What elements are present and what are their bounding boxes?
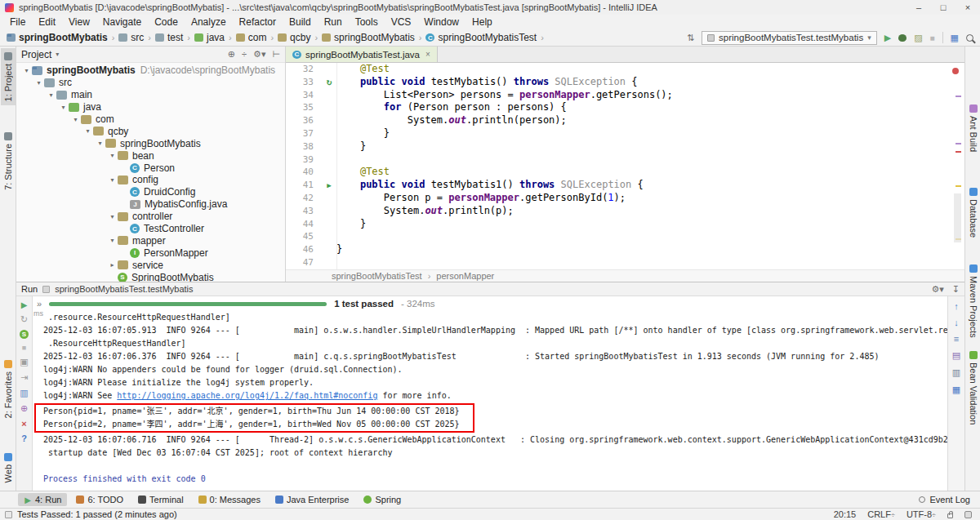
scroll-down-icon[interactable]: ↓ (954, 318, 959, 327)
close-tab-icon[interactable]: × (425, 50, 430, 59)
code-line-35[interactable]: 35 for (Person person : persons) { (286, 101, 964, 114)
tree-item-com[interactable]: ▾com (16, 113, 285, 126)
stripe-button-database[interactable]: Database (966, 184, 980, 242)
stripe-button-1-project[interactable]: 1: Project (1, 48, 16, 105)
minimize-button[interactable]: – (906, 0, 931, 15)
menu-item-code[interactable]: Code (148, 15, 185, 29)
code-line-47[interactable]: 47 (286, 256, 964, 269)
help-icon[interactable]: ? (21, 433, 27, 443)
breadcrumb-java[interactable]: java (194, 32, 225, 43)
tree-item-mybatisconfig-java[interactable]: JMybatisConfig.java (16, 198, 285, 211)
code-line-39[interactable]: 39 (286, 153, 964, 167)
tree-item-springbootmybatis[interactable]: ▾springBootMybatisD:\javacode\springBoot… (16, 64, 285, 77)
expand-test-tree-icon[interactable]: » (37, 299, 42, 309)
tree-collapse-icon[interactable]: ▾ (107, 237, 118, 244)
line-separator-select[interactable]: CRLF÷ (867, 509, 895, 519)
tree-collapse-icon[interactable]: ▾ (58, 104, 69, 111)
spring-rerun-icon[interactable]: S (20, 330, 29, 339)
code-line-44[interactable]: 44 } (286, 218, 964, 231)
tree-expand-icon[interactable]: ▸ (107, 261, 118, 269)
caret-position[interactable]: 20:15 (834, 509, 857, 519)
code-line-32[interactable]: 32 @Test (286, 63, 964, 76)
log4j-faq-link[interactable]: http://logging.apache.org/log4j/1.2/faq.… (117, 391, 377, 400)
tree-item-springbootmybatis[interactable]: SSpringBootMybatis (16, 271, 285, 282)
dump-threads-icon[interactable]: ▣ (20, 357, 28, 367)
run-configuration-select[interactable]: springBootMybatisTest.testMybatis ▾ (702, 31, 877, 45)
stripe-button-bean-validation[interactable]: Bean Validation (966, 347, 980, 429)
stop-button[interactable]: ■ (930, 33, 935, 42)
stripe-button-7-structure[interactable]: 7: Structure (1, 128, 16, 194)
breadcrumb-qcby[interactable]: qcby (278, 32, 310, 43)
pin-icon[interactable]: ⊕ (20, 403, 28, 414)
print-icon[interactable]: ▥ (952, 367, 960, 378)
breadcrumb-test[interactable]: test (155, 32, 183, 43)
editor-tab-springboot-mybatis-test[interactable]: C springBootMybatisTest.java × (286, 47, 438, 62)
menu-item-navigate[interactable]: Navigate (96, 15, 148, 29)
rerun-failed-icon[interactable]: ↻ (20, 314, 28, 325)
search-icon[interactable] (966, 34, 973, 42)
event-log-button[interactable]: Event Log (919, 495, 970, 504)
code-line-40[interactable]: 40 @Test (286, 166, 964, 179)
tree-collapse-icon[interactable]: ▾ (33, 79, 44, 87)
locate-file-icon[interactable]: ⊕ (228, 49, 235, 60)
tree-item-controller[interactable]: ▾controller (16, 211, 285, 223)
scroll-to-end-icon[interactable]: ▤ (952, 350, 960, 361)
gear-icon[interactable]: ⚙▾ (931, 284, 943, 295)
hide-panel-icon[interactable]: ⊢ (272, 49, 280, 60)
tree-item-testcontroller[interactable]: CTestController (16, 223, 285, 235)
layout-icon[interactable]: ▦ (951, 33, 959, 43)
tree-item-mapper[interactable]: ▾mapper (16, 234, 285, 247)
breadcrumb-springbootmybatis[interactable]: springBootMybatis (322, 32, 415, 43)
toolwindow-button-terminal[interactable]: Terminal (132, 493, 189, 506)
code-line-43[interactable]: 43 System.out.println(p); (286, 205, 964, 218)
menu-item-tools[interactable]: Tools (349, 15, 385, 29)
menu-item-refactor[interactable]: Refactor (233, 15, 283, 29)
stop-button[interactable]: ■ (22, 344, 26, 352)
tree-collapse-icon[interactable]: ▾ (107, 176, 118, 184)
sort-icon[interactable]: ⇅ (687, 33, 694, 42)
tree-item-person[interactable]: CPerson (16, 162, 285, 174)
run-button[interactable]: ▶ (884, 33, 891, 43)
breadcrumb-springbootmybatis[interactable]: springBootMybatis (7, 32, 108, 43)
stripe-button-web[interactable]: Web (1, 449, 16, 487)
tree-item-main[interactable]: ▾main (16, 89, 285, 101)
code-line-33[interactable]: 33↻ public void testMybatis() throws SQL… (286, 76, 964, 89)
tree-collapse-icon[interactable]: ▾ (95, 140, 105, 147)
menu-item-file[interactable]: File (3, 15, 32, 29)
toolwindow-button-java-enterprise[interactable]: Java Enterprise (270, 493, 354, 506)
gear-icon[interactable]: ⚙▾ (253, 49, 265, 60)
menu-item-view[interactable]: View (62, 15, 96, 29)
toolwindow-button-4-run[interactable]: ▶4: Run (18, 493, 67, 506)
code-line-34[interactable]: 34 List<Person> persons = personMapper.g… (286, 89, 964, 102)
tree-collapse-icon[interactable]: ▾ (107, 152, 118, 159)
code-line-38[interactable]: 38 } (286, 140, 964, 153)
breadcrumb-src[interactable]: src (118, 32, 144, 43)
stripe-button-maven-projects[interactable]: Maven Projects (966, 260, 980, 342)
code-line-42[interactable]: 42 Person p = personMapper.getPersonById… (286, 192, 964, 205)
tree-item-bean[interactable]: ▾bean (16, 149, 285, 162)
tree-collapse-icon[interactable]: ▾ (70, 116, 81, 123)
tree-item-druidconfig[interactable]: CDruidConfig (16, 186, 285, 198)
tree-item-java[interactable]: ▾java (16, 101, 285, 113)
tree-item-personmapper[interactable]: IPersonMapper (16, 247, 285, 259)
collapse-all-icon[interactable]: ÷ (242, 49, 247, 60)
code-area[interactable]: 32 @Test33↻ public void testMybatis() th… (286, 63, 964, 269)
close-icon[interactable]: × (21, 419, 26, 429)
encoding-select[interactable]: UTF-8÷ (906, 509, 936, 519)
menu-item-build[interactable]: Build (283, 15, 318, 29)
code-line-41[interactable]: 41▶ public void testMybatis1() throws SQ… (286, 179, 964, 192)
toolwindow-toggle-icon[interactable] (5, 511, 12, 518)
tree-item-qcby[interactable]: ▾qcby (16, 125, 285, 137)
menu-item-vcs[interactable]: VCS (385, 15, 418, 29)
scrollbar-thumb[interactable] (954, 193, 961, 242)
rerun-button[interactable]: ▶ (21, 300, 28, 309)
coverage-button[interactable]: ▨ (914, 33, 922, 43)
tree-item-service[interactable]: ▸service (16, 259, 285, 271)
tree-collapse-icon[interactable]: ▾ (21, 67, 32, 74)
breadcrumb-springbootmybatistest[interactable]: CspringBootMybatisTest (425, 32, 537, 43)
clear-all-icon[interactable]: ▦ (952, 384, 960, 395)
toolwindow-button-spring[interactable]: Spring (358, 493, 407, 506)
code-line-46[interactable]: 46} (286, 243, 964, 256)
stripe-button-2-favorites[interactable]: 2: Favorites (1, 356, 16, 422)
stripe-button-ant-build[interactable]: Ant Build (966, 100, 980, 156)
